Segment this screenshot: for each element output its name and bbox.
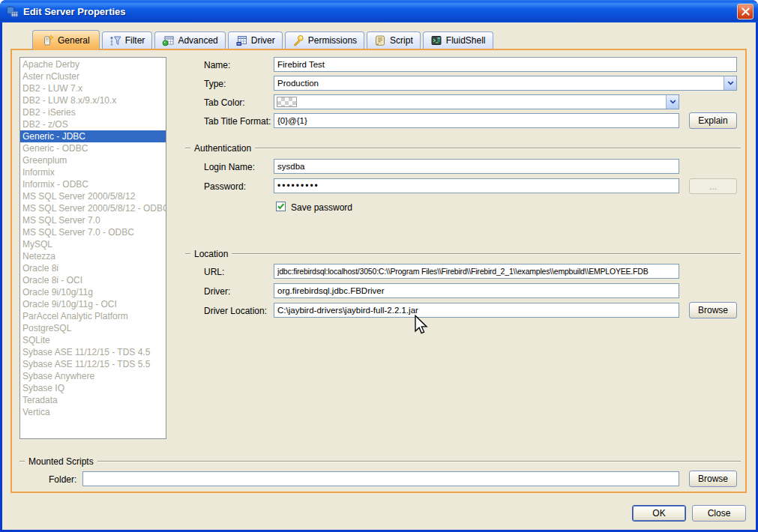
server-type-item[interactable]: PostgreSQL [20, 322, 166, 334]
driver-input[interactable] [274, 283, 679, 298]
server-type-item[interactable]: Sybase Anywhere [20, 370, 166, 382]
tab-title-format-input[interactable] [274, 113, 679, 128]
server-type-item[interactable]: Oracle 9i/10g/11g [20, 286, 166, 298]
driver-location-label: Driver Location: [204, 306, 267, 316]
transparent-checker-swatch [277, 97, 297, 107]
driver-location-browse-button[interactable]: Browse [689, 302, 737, 318]
tab-driver[interactable]: Driver [228, 31, 283, 49]
tab-general[interactable]: General [32, 30, 100, 50]
server-type-item[interactable]: Vertica [20, 406, 166, 418]
tab-advanced[interactable]: Advanced [154, 31, 225, 49]
close-button[interactable] [737, 4, 754, 19]
advanced-tab-icon [162, 34, 174, 46]
tab-title-format-label: Tab Title Format: [204, 116, 271, 127]
name-label: Name: [204, 60, 230, 70]
login-name-label: Login Name: [204, 162, 255, 172]
script-tab-icon [374, 34, 386, 46]
folder-input[interactable] [82, 471, 679, 486]
server-type-item[interactable]: Oracle 9i/10g/11g - OCI [20, 298, 166, 310]
server-type-item[interactable]: Sybase IQ [20, 382, 166, 394]
type-selected-value: Production [274, 79, 724, 88]
tab-color-label: Tab Color: [204, 97, 245, 108]
authentication-group-header: Authentication [185, 143, 741, 154]
location-group-header: Location [185, 249, 741, 259]
password-label: Password: [204, 181, 246, 192]
server-type-item[interactable]: Oracle 8i [20, 262, 166, 274]
title-bar: Edit Server Properties [0, 0, 758, 22]
server-type-item[interactable]: MS SQL Server 2000/5/8/12 [20, 190, 166, 202]
ok-button[interactable]: OK [632, 505, 686, 522]
server-window-icon [6, 5, 19, 18]
server-type-item[interactable]: MySQL [20, 238, 166, 250]
server-type-list: Apache DerbyAster nClusterDB2 - LUW 7.xD… [19, 57, 166, 439]
password-ellipsis-button[interactable]: ... [689, 178, 737, 194]
name-input[interactable] [274, 57, 737, 72]
password-input[interactable] [274, 178, 679, 193]
explain-button[interactable]: Explain [689, 112, 737, 129]
driver-location-input[interactable] [274, 303, 679, 318]
authentication-group-title: Authentication [194, 143, 251, 154]
server-type-item[interactable]: Greenplum [20, 154, 166, 166]
server-type-item[interactable]: Aster nCluster [20, 70, 166, 82]
chevron-down-icon[interactable] [666, 95, 679, 109]
fluidshell-tab-icon [430, 34, 442, 46]
server-type-item[interactable]: Apache Derby [20, 58, 166, 70]
server-type-item[interactable]: DB2 - z/OS [20, 118, 166, 130]
mouse-cursor-icon [414, 315, 428, 337]
server-type-item[interactable]: DB2 - LUW 7.x [20, 82, 166, 94]
driver-tab-icon [235, 34, 247, 46]
type-label: Type: [204, 79, 226, 89]
location-group-title: Location [194, 249, 228, 259]
server-type-item[interactable]: Generic - JDBC [20, 130, 166, 142]
check-icon [277, 202, 285, 211]
tab-script[interactable]: Script [367, 31, 421, 49]
tab-permissions[interactable]: Permissions [285, 31, 364, 49]
permissions-tab-icon [292, 34, 304, 46]
chevron-down-icon[interactable] [724, 76, 736, 90]
edit-server-properties-dialog: Edit Server Properties General Filter Ad… [0, 0, 758, 532]
mounted-scripts-group-title: Mounted Scripts [28, 456, 94, 467]
tab-fluidshell[interactable]: FluidShell [423, 31, 493, 49]
general-tab-icon [42, 34, 54, 46]
server-type-item[interactable]: Sybase ASE 11/12/15 - TDS 5.5 [20, 358, 166, 370]
server-type-item[interactable]: Netezza [20, 250, 166, 262]
folder-label: Folder: [49, 474, 76, 485]
server-type-item[interactable]: DB2 - iSeries [20, 106, 166, 118]
server-type-item[interactable]: Sybase ASE 11/12/15 - TDS 4.5 [20, 346, 166, 358]
server-type-item[interactable]: MS SQL Server 7.0 [20, 214, 166, 226]
folder-browse-button[interactable]: Browse [689, 471, 737, 487]
login-name-input[interactable] [274, 159, 679, 174]
server-type-item[interactable]: Informix [20, 166, 166, 178]
server-type-item[interactable]: ParAccel Analytic Platform [20, 310, 166, 322]
server-type-item[interactable]: SQLite [20, 334, 166, 346]
mounted-scripts-group-header: Mounted Scripts [19, 456, 741, 467]
window-title: Edit Server Properties [23, 6, 126, 17]
server-type-item[interactable]: Oracle 8i - OCI [20, 274, 166, 286]
close-icon [742, 7, 750, 16]
url-label: URL: [204, 267, 224, 277]
type-select[interactable]: Production [274, 76, 737, 91]
driver-label: Driver: [204, 286, 230, 297]
server-type-item[interactable]: MS SQL Server 7.0 - ODBC [20, 226, 166, 238]
tab-bar: General Filter Advanced Driver Permissio… [32, 28, 493, 49]
url-input[interactable] [274, 264, 679, 279]
tab-color-select[interactable] [274, 94, 679, 109]
filter-tab-icon [109, 34, 121, 46]
save-password-checkbox[interactable] [276, 202, 286, 211]
server-type-item[interactable]: Informix - ODBC [20, 178, 166, 190]
server-type-item[interactable]: DB2 - LUW 8.x/9.x/10.x [20, 94, 166, 106]
server-type-item[interactable]: Teradata [20, 394, 166, 406]
server-type-item[interactable]: Generic - ODBC [20, 142, 166, 154]
server-type-item[interactable]: MS SQL Server 2000/5/8/12 - ODBC [20, 202, 166, 214]
tab-filter[interactable]: Filter [102, 31, 153, 49]
close-dialog-button[interactable]: Close [692, 505, 746, 522]
save-password-label: Save password [291, 202, 352, 213]
